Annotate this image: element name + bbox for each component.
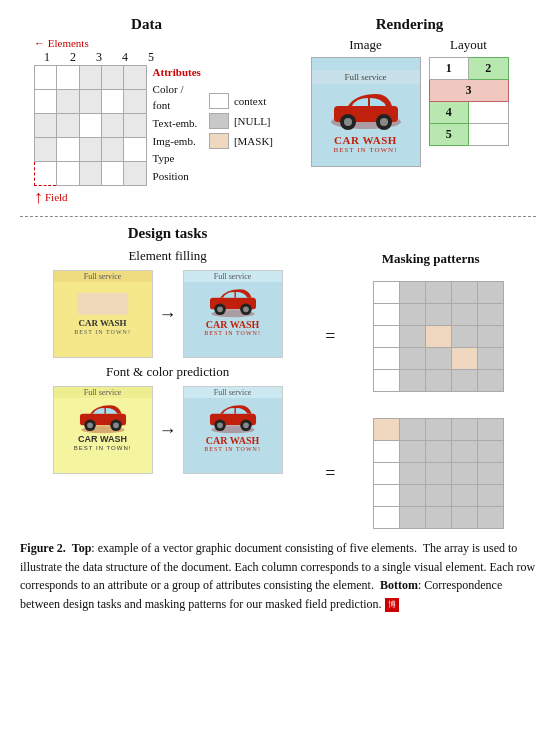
filled-card-2-sub: BEST IN TOWN!	[204, 446, 261, 452]
bottom-section: Design tasks Element filling Full servic…	[20, 225, 536, 529]
masking-title: Masking patterns	[325, 251, 536, 267]
legend-null: [NULL]	[209, 113, 273, 129]
svg-rect-6	[77, 293, 127, 315]
legend-area: context [NULL] [MASK]	[209, 93, 273, 149]
filled-card-2-main: CAR WASH	[206, 435, 259, 446]
font-color-label: Font & color prediction	[20, 364, 315, 380]
caption-top: Top	[72, 541, 92, 555]
attr-type: Type	[153, 150, 201, 167]
layout-num-4b	[469, 102, 509, 124]
svg-point-18	[113, 422, 119, 428]
eq-1: =	[325, 326, 335, 347]
masked-card-1-sub: BEST IN TOWN!	[74, 329, 131, 335]
filled-card-2: Full service CAR WASH BEST IN TOWN!	[183, 386, 283, 474]
cw-top-text: Full service	[312, 70, 420, 84]
font-color-row: Full service CAR WASH BEST IN TOWN! →	[20, 386, 315, 474]
legend-context-label: context	[234, 95, 266, 107]
svg-point-24	[243, 422, 249, 428]
arrow-2: →	[159, 420, 177, 441]
col-3: 3	[86, 50, 112, 65]
col-2: 2	[60, 50, 86, 65]
design-tasks-side: Design tasks Element filling Full servic…	[20, 225, 315, 529]
layout-num-3: 3	[429, 80, 508, 102]
arrow-1: →	[159, 304, 177, 325]
masking-side: Masking patterns = =	[325, 225, 536, 529]
cw-sub-text: BEST IN TOWN!	[334, 146, 398, 154]
rendering-side: Rendering Image Full service	[283, 16, 536, 206]
data-title: Data	[20, 16, 273, 33]
car-svg-small-final	[198, 398, 268, 434]
data-side: Data ← Elements 1 2 3 4 5	[20, 16, 273, 206]
masked-card-1-main: CAR WASH	[79, 319, 127, 329]
masked-card-2: Full service CAR WASH BEST IN TOWN!	[53, 386, 153, 474]
layout-num-1: 1	[429, 58, 469, 80]
svg-point-5	[380, 118, 388, 126]
legend-null-label: [NULL]	[234, 115, 271, 127]
filled-card-1-sub: BEST IN TOWN!	[204, 330, 261, 336]
carwash-image: Full service	[311, 57, 421, 167]
legend-context: context	[209, 93, 273, 109]
wb-icon: 博	[385, 598, 399, 612]
divider	[20, 216, 536, 217]
element-filling-row: Full service CAR WASH BEST IN TOWN! → Fu…	[20, 270, 315, 358]
svg-point-10	[217, 306, 223, 312]
caption: Figure 2. Top: example of a vector graph…	[20, 539, 536, 613]
layout-column: Layout 1 2 3 4 5	[429, 37, 509, 167]
rendering-title: Rendering	[283, 16, 536, 33]
car-svg-small-filled	[198, 282, 268, 318]
eq-2: =	[325, 463, 335, 484]
svg-point-12	[243, 306, 249, 312]
image-column: Image Full service	[311, 37, 421, 167]
legend-box-mask	[209, 133, 229, 149]
car-svg-small-masked	[68, 282, 138, 318]
layout-num-5: 5	[429, 124, 469, 146]
attributes-title: Attributes	[153, 66, 201, 78]
svg-point-22	[217, 422, 223, 428]
layout-num-4: 4	[429, 102, 469, 124]
filled-card-2-top: Full service	[184, 387, 282, 398]
masked-card-2-top: Full service	[54, 387, 152, 398]
layout-num-2: 2	[469, 58, 509, 80]
col-1: 1	[34, 50, 60, 65]
data-grid	[34, 65, 147, 186]
legend-box-context	[209, 93, 229, 109]
svg-point-3	[344, 118, 352, 126]
image-label: Image	[311, 37, 421, 53]
caption-bottom: Bottom	[380, 578, 418, 592]
car-svg	[326, 84, 406, 134]
elements-arrow: ←	[34, 37, 48, 49]
layout-label: Layout	[429, 37, 509, 53]
mask-grid-2	[373, 418, 504, 529]
legend-mask: [MASK]	[209, 133, 273, 149]
table-and-attrs: Attributes Color / font Text-emb. Img-em…	[20, 65, 273, 186]
layout-grid: 1 2 3 4 5	[429, 57, 509, 146]
car-svg-small-nofont	[68, 398, 138, 434]
filled-card-1-main: CAR WASH	[206, 319, 259, 330]
col-numbers: 1 2 3 4 5	[34, 50, 273, 65]
attr-position: Position	[153, 168, 201, 185]
legend-box-null	[209, 113, 229, 129]
svg-point-16	[87, 422, 93, 428]
top-section: Data ← Elements 1 2 3 4 5	[20, 16, 536, 206]
attr-img-emb: Img-emb.	[153, 133, 201, 150]
attr-color-font: Color / font	[153, 81, 201, 114]
elements-label: ← Elements	[34, 37, 273, 49]
masked-card-2-sub: BEST IN TOWN!	[74, 445, 132, 451]
attr-text-emb: Text-emb.	[153, 115, 201, 132]
design-tasks-title: Design tasks	[20, 225, 315, 242]
caption-figure: Figure 2.	[20, 541, 66, 555]
masked-card-1: Full service CAR WASH BEST IN TOWN!	[53, 270, 153, 358]
mask-pattern-2-row: =	[325, 418, 536, 529]
layout-num-5b	[469, 124, 509, 146]
element-filling-label: Element filling	[20, 248, 315, 264]
masked-card-1-top: Full service	[54, 271, 152, 282]
legend-mask-label: [MASK]	[234, 135, 273, 147]
rendering-columns: Image Full service	[283, 37, 536, 167]
cw-main-text: CAR WASH	[334, 134, 397, 146]
caption-text: Figure 2. Top: example of a vector graph…	[20, 541, 535, 611]
filled-card-1-top: Full service	[184, 271, 282, 282]
col-5: 5	[138, 50, 164, 65]
attributes-column: Attributes Color / font Text-emb. Img-em…	[153, 65, 201, 185]
masked-card-2-main: CAR WASH	[78, 435, 127, 445]
field-label: Field	[45, 191, 68, 203]
